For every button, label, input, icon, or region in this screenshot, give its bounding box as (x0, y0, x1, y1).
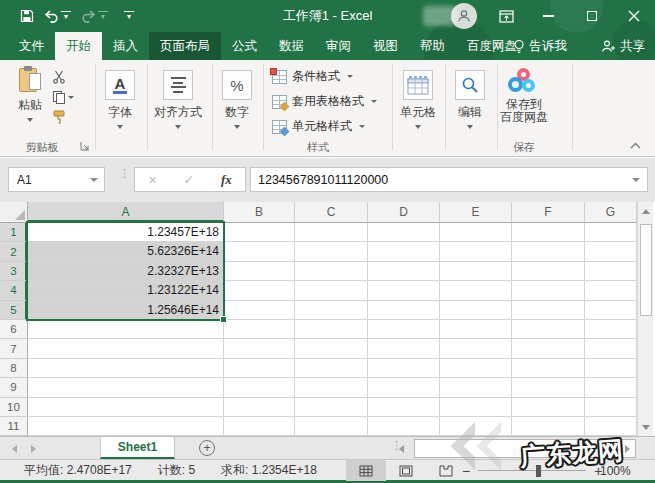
grid-cell-G1[interactable] (585, 223, 637, 242)
paste-button[interactable]: 粘贴 (10, 66, 50, 122)
row-header-2[interactable]: 2 (0, 242, 28, 261)
grid-cell-B5[interactable] (224, 301, 295, 320)
grid-cell-C6[interactable] (295, 320, 368, 339)
page-break-view-icon[interactable] (426, 460, 466, 481)
grid-cell-C5[interactable] (295, 301, 368, 320)
zoom-track[interactable] (478, 470, 586, 471)
row-header-4[interactable]: 4 (0, 281, 28, 300)
grid-cell-F1[interactable] (512, 223, 585, 242)
grid-cell-D1[interactable] (368, 223, 440, 242)
maximize-icon[interactable] (577, 0, 607, 32)
column-header-E[interactable]: E (440, 202, 512, 223)
page-layout-view-icon[interactable] (386, 460, 426, 481)
minimize-icon[interactable] (533, 0, 563, 32)
grid-cell-G8[interactable] (585, 359, 637, 378)
dialog-launcher-icon[interactable] (80, 140, 90, 154)
sheet-tab-sheet1[interactable]: Sheet1 (100, 437, 175, 459)
grid-cell-A9[interactable] (28, 378, 224, 397)
grid-cell-B7[interactable] (224, 339, 295, 358)
zoom-out-icon[interactable]: − (462, 463, 470, 479)
share-button[interactable]: 共享 (601, 38, 645, 55)
grid-cell-A6[interactable] (28, 320, 224, 339)
tab-help[interactable]: 帮助 (409, 32, 456, 60)
column-header-G[interactable]: G (585, 202, 637, 223)
tab-page-layout[interactable]: 页面布局 (149, 32, 221, 60)
grid-cell-A4[interactable]: 1.23122E+14 (28, 281, 224, 300)
grid-cell-A7[interactable] (28, 339, 224, 358)
grid-cell-G11[interactable] (585, 417, 637, 436)
formula-bar-splitter[interactable]: ⋮ (119, 171, 130, 176)
grid-cell-A5[interactable]: 1.25646E+14 (28, 301, 224, 320)
grid-cell-E3[interactable] (440, 262, 512, 281)
column-header-C[interactable]: C (295, 202, 368, 223)
grid-cell-A11[interactable] (28, 417, 224, 436)
grid-cell-F11[interactable] (512, 417, 585, 436)
grid-cell-E1[interactable] (440, 223, 512, 242)
row-header-11[interactable]: 11 (0, 417, 28, 436)
scroll-down-icon[interactable] (639, 419, 653, 435)
grid-cell-F2[interactable] (512, 242, 585, 261)
grid-cell-B2[interactable] (224, 242, 295, 261)
paste-dropdown-icon[interactable] (27, 118, 33, 122)
expand-formula-bar-icon[interactable] (632, 178, 640, 182)
sheet-next-icon[interactable] (31, 445, 36, 453)
grid-cell-B3[interactable] (224, 262, 295, 281)
name-box-dropdown-icon[interactable] (90, 178, 98, 182)
format-as-table-button[interactable]: 套用表格格式 (272, 93, 377, 110)
vertical-scrollbar[interactable] (637, 202, 653, 436)
conditional-format-dropdown-icon[interactable] (347, 75, 353, 78)
number-dropdown-icon[interactable] (234, 125, 240, 129)
grid-cell-G6[interactable] (585, 320, 637, 339)
grid-cell-B10[interactable] (224, 398, 295, 417)
cell-styles-button[interactable]: 单元格样式 (272, 118, 365, 135)
grid-cell-F4[interactable] (512, 281, 585, 300)
formula-input[interactable]: 1234567891011120000 (250, 167, 648, 192)
grid-cell-F6[interactable] (512, 320, 585, 339)
row-header-6[interactable]: 6 (0, 320, 28, 339)
grid-cell-C10[interactable] (295, 398, 368, 417)
grid-cell-D3[interactable] (368, 262, 440, 281)
name-box[interactable]: A1 (8, 167, 105, 192)
tab-insert[interactable]: 插入 (102, 32, 149, 60)
editing-dropdown-icon[interactable] (467, 125, 473, 129)
grid-cell-C9[interactable] (295, 378, 368, 397)
grid-cell-B1[interactable] (224, 223, 295, 242)
scroll-up-icon[interactable] (639, 203, 653, 219)
grid-cell-C2[interactable] (295, 242, 368, 261)
grid-cell-E4[interactable] (440, 281, 512, 300)
grid-cell-E5[interactable] (440, 301, 512, 320)
grid-cell-F10[interactable] (512, 398, 585, 417)
row-header-1[interactable]: 1 (0, 223, 28, 242)
grid-cell-G10[interactable] (585, 398, 637, 417)
grid-cell-G5[interactable] (585, 301, 637, 320)
zoom-level[interactable]: 100% (600, 460, 631, 481)
cells-dropdown-icon[interactable] (415, 125, 421, 129)
close-icon[interactable] (619, 0, 649, 32)
row-header-9[interactable]: 9 (0, 378, 28, 397)
hscroll-right-icon[interactable] (619, 439, 636, 458)
grid-cell-B11[interactable] (224, 417, 295, 436)
grid-cell-G2[interactable] (585, 242, 637, 261)
grid-cell-C3[interactable] (295, 262, 368, 281)
normal-view-icon[interactable] (346, 460, 386, 481)
alignment-dropdown-icon[interactable] (175, 125, 181, 129)
column-header-F[interactable]: F (512, 202, 585, 223)
row-header-5[interactable]: 5 (0, 301, 28, 320)
select-all-corner[interactable] (0, 202, 28, 223)
grid-cell-A2[interactable]: 5.62326E+14 (28, 242, 224, 261)
grid-cell-G7[interactable] (585, 339, 637, 358)
conditional-format-button[interactable]: 条件格式 (272, 68, 353, 85)
grid-cell-G3[interactable] (585, 262, 637, 281)
row-header-8[interactable]: 8 (0, 359, 28, 378)
copy-dropdown-icon[interactable] (68, 96, 74, 99)
grid-cell-E7[interactable] (440, 339, 512, 358)
tab-review[interactable]: 审阅 (315, 32, 362, 60)
grid-cell-D5[interactable] (368, 301, 440, 320)
hscroll-left-icon[interactable] (399, 437, 404, 460)
vertical-scrollbar-thumb[interactable] (640, 224, 652, 316)
grid-cell-C8[interactable] (295, 359, 368, 378)
format-as-table-dropdown-icon[interactable] (371, 100, 377, 103)
row-header-3[interactable]: 3 (0, 262, 28, 281)
grid-cell-F5[interactable] (512, 301, 585, 320)
ribbon-display-options-icon[interactable] (491, 0, 521, 32)
